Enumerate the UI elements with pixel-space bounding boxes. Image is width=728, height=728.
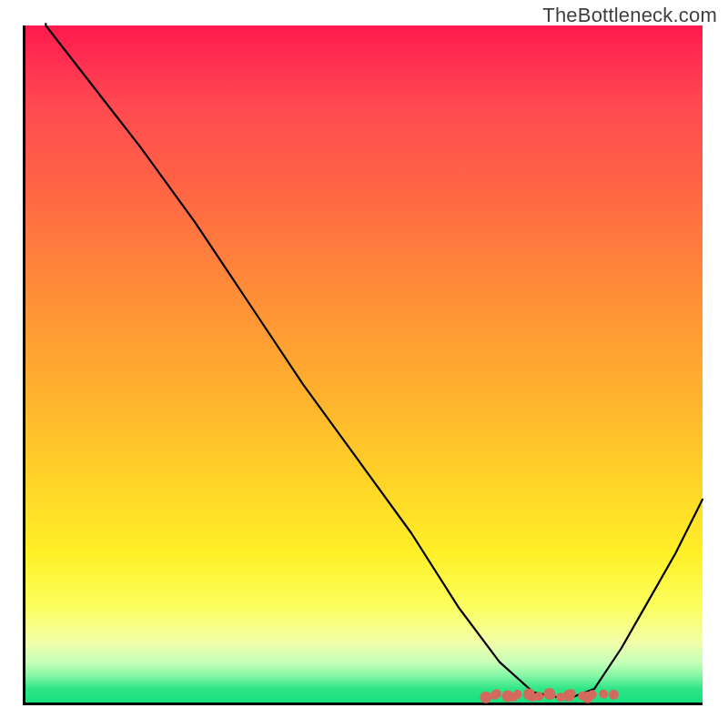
optimal-zone-dots: [480, 688, 618, 703]
bottleneck-curve: [46, 24, 703, 699]
x-axis-line: [25, 703, 703, 705]
watermark-text: TheBottleneck.com: [542, 4, 717, 27]
chart-overlay-svg: [25, 25, 703, 703]
